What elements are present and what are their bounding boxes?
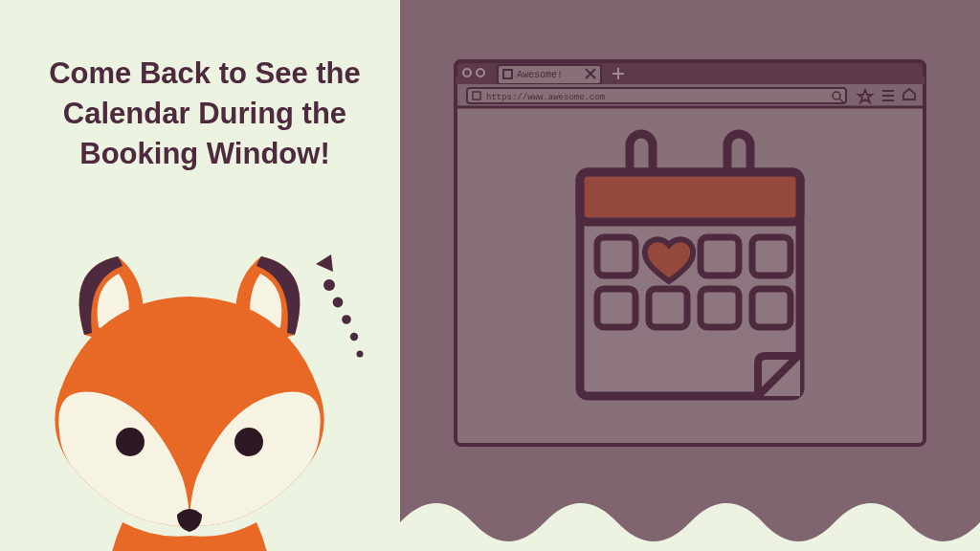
page-heading: Come Back to See the Calendar During the… bbox=[38, 54, 371, 174]
browser-tab-label: Awesome! bbox=[517, 70, 563, 80]
left-panel: Come Back to See the Calendar During the… bbox=[0, 0, 400, 551]
right-panel: Awesome! https://www.awesome.com bbox=[400, 0, 980, 551]
svg-point-5 bbox=[116, 428, 145, 456]
svg-point-6 bbox=[234, 428, 263, 456]
fox-illustration-icon bbox=[17, 239, 362, 551]
browser-url-text: https://www.awesome.com bbox=[486, 93, 605, 102]
wavy-divider-icon bbox=[400, 484, 980, 551]
browser-window-icon: Awesome! https://www.awesome.com bbox=[454, 59, 926, 447]
calendar-icon bbox=[580, 134, 800, 396]
